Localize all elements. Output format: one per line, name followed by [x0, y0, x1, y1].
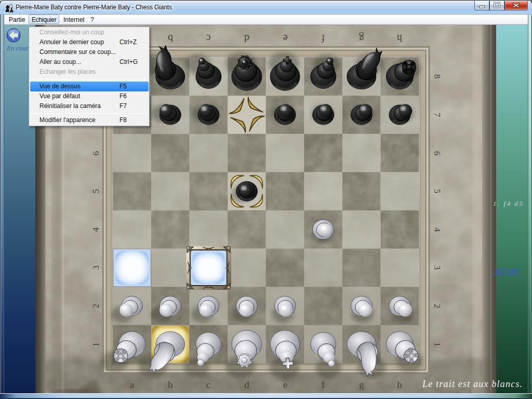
svg-text:e: e — [283, 379, 287, 390]
svg-text:3: 3 — [432, 265, 442, 270]
svg-text:d: d — [244, 379, 249, 390]
svg-text:6: 6 — [91, 151, 101, 156]
svg-text:c: c — [206, 33, 210, 44]
svg-text:8: 8 — [432, 74, 442, 79]
svg-text:4: 4 — [91, 227, 101, 232]
svg-text:2: 2 — [432, 304, 442, 309]
svg-text:2: 2 — [91, 304, 101, 309]
svg-text:f: f — [322, 379, 325, 390]
svg-text:g: g — [359, 379, 364, 390]
svg-text:b: b — [168, 33, 173, 44]
svg-text:g: g — [359, 32, 364, 44]
svg-text:6: 6 — [432, 151, 442, 156]
svg-text:d: d — [244, 33, 249, 44]
svg-text:1: 1 — [91, 342, 101, 347]
svg-text:h: h — [397, 33, 402, 44]
svg-text:1: 1 — [432, 342, 442, 347]
svg-text:e: e — [283, 33, 287, 44]
svg-text:h: h — [397, 379, 402, 390]
svg-text:b: b — [168, 379, 173, 390]
svg-text:5: 5 — [432, 189, 442, 194]
svg-text:5: 5 — [91, 189, 101, 194]
svg-text:a: a — [130, 379, 135, 390]
svg-text:4: 4 — [432, 228, 442, 232]
svg-text:f: f — [321, 33, 325, 44]
svg-text:7: 7 — [432, 113, 442, 117]
svg-text:3: 3 — [91, 265, 101, 270]
svg-text:c: c — [206, 379, 210, 390]
